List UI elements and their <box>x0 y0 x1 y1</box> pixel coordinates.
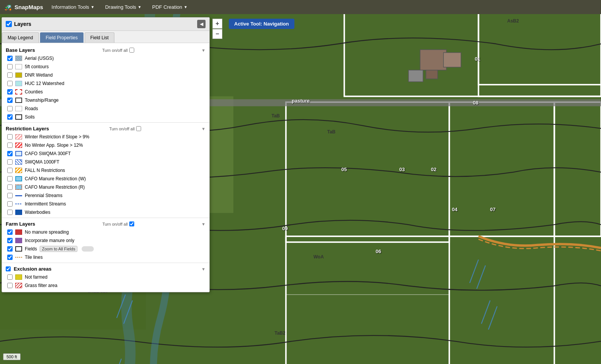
layer-tile-legend <box>15 255 22 260</box>
layer-no-manure: No manure spreading <box>2 228 209 236</box>
layer-cafo-manure-w: CAFO Manure Restriction (W) <box>2 175 209 183</box>
layer-fall-n: FALL N Restrictions <box>2 166 209 175</box>
svg-rect-40 <box>408 70 423 82</box>
divider-1 <box>2 122 209 123</box>
layer-swqma-1000-label: SWQMA 1000FT <box>25 159 59 165</box>
brand-name: SnapMaps <box>14 4 43 10</box>
layer-township-legend <box>15 98 22 103</box>
fields-toggle-switch[interactable] <box>82 246 94 252</box>
layer-swqma-1000: SWQMA 1000FT <box>2 158 209 166</box>
layer-no-manure-checkbox[interactable] <box>7 229 13 235</box>
base-layers-title: Base Layers <box>6 47 35 53</box>
layer-intermittent-label: Intermittent Streams <box>25 201 66 207</box>
restriction-layers-section-header[interactable]: Restriction Layers Turn on/off all ▼ <box>2 124 209 133</box>
drawing-tools-menu[interactable]: Drawing Tools ▼ <box>103 4 144 10</box>
zoom-to-all-fields-button[interactable]: Zoom to All Fields <box>40 246 77 252</box>
svg-rect-39 <box>426 70 438 79</box>
tab-field-list[interactable]: Field List <box>85 32 114 43</box>
drawing-tools-label: Drawing Tools <box>105 4 136 10</box>
layer-huc12-label: HUC 12 Watershed <box>25 81 64 86</box>
layer-5ft-contours-checkbox[interactable] <box>7 64 13 69</box>
exclusion-master-checkbox[interactable] <box>6 266 11 271</box>
layer-waterbodies-checkbox[interactable] <box>7 210 13 215</box>
layer-perennial-label: Perennial Streams <box>25 193 63 198</box>
layer-huc12-checkbox[interactable] <box>7 81 13 86</box>
layer-counties-checkbox[interactable] <box>7 89 13 95</box>
panel-title: Layers <box>6 21 31 27</box>
pdf-creation-menu[interactable]: PDF Creation ▼ <box>150 4 190 10</box>
drawing-tools-arrow: ▼ <box>138 5 141 9</box>
layer-aerial-checkbox[interactable] <box>7 56 13 61</box>
base-layers-toggle-checkbox[interactable] <box>129 48 134 53</box>
layer-grass-filter-label: Grass filter area <box>25 283 57 288</box>
tractor-icon: 🚜 <box>4 3 12 11</box>
layer-huc12-legend <box>15 81 22 86</box>
layer-tile-lines-checkbox[interactable] <box>7 255 13 260</box>
layers-master-checkbox[interactable] <box>6 21 12 27</box>
layer-winter-9-label: Winter Restriction if Slope > 9% <box>25 134 89 140</box>
layer-aerial-label: Aerial (USGS) <box>25 56 54 61</box>
layer-intermittent-checkbox[interactable] <box>7 201 13 207</box>
layer-grass-filter-checkbox[interactable] <box>7 283 13 288</box>
layer-perennial-checkbox[interactable] <box>7 193 13 198</box>
layer-incorporate-legend <box>15 238 22 243</box>
layer-roads: Roads <box>2 104 209 113</box>
layer-township: Township/Range <box>2 96 209 104</box>
map-area[interactable]: HvA WoB TaB2 TaC2 DoC2 WoB TaC2 WoB TaB … <box>0 14 601 364</box>
layer-cafo-300-checkbox[interactable] <box>7 151 13 156</box>
info-tools-menu[interactable]: Information Tools ▼ <box>49 4 97 10</box>
layer-incorporate-label: Incorporate manure only <box>25 238 74 243</box>
active-tool-label: Active Tool: Navigation <box>234 21 289 27</box>
layer-fall-n-label: FALL N Restrictions <box>25 168 65 173</box>
active-tool-badge: Active Tool: Navigation <box>229 19 294 29</box>
layer-not-farmed-label: Not farmed <box>25 274 47 280</box>
layer-soils: Soils <box>2 113 209 121</box>
farm-layers-toggle-all[interactable]: Turn on/off all <box>102 221 134 226</box>
layer-cafo-r-legend <box>15 184 22 190</box>
layer-incorporate-checkbox[interactable] <box>7 238 13 243</box>
layer-cafo-300-label: CAFO SWQMA 300FT <box>25 151 71 156</box>
farm-layers-section-header[interactable]: Farm Layers Turn on/off all ▼ <box>2 219 209 228</box>
layer-fall-n-checkbox[interactable] <box>7 168 13 173</box>
layer-no-winter-12-legend <box>15 143 22 148</box>
layer-cafo-w-label: CAFO Manure Restriction (W) <box>25 176 86 181</box>
layer-aerial-legend <box>15 56 22 61</box>
layer-cafo-w-checkbox[interactable] <box>7 176 13 181</box>
farm-layers-title: Farm Layers <box>6 221 35 227</box>
layer-winter-9-checkbox[interactable] <box>7 134 13 140</box>
base-layers-toggle-all[interactable]: Turn on/off all <box>102 48 134 53</box>
tab-field-properties[interactable]: Field Properties <box>40 32 84 43</box>
restriction-layers-toggle-checkbox[interactable] <box>136 126 141 131</box>
layer-5ft-contours-legend <box>15 64 22 69</box>
layer-no-winter-12-checkbox[interactable] <box>7 143 13 148</box>
base-layers-section-header[interactable]: Base Layers Turn on/off all ▼ <box>2 45 209 54</box>
layer-cafo-r-checkbox[interactable] <box>7 184 13 190</box>
layer-soils-checkbox[interactable] <box>7 114 13 120</box>
farm-layers-toggle-checkbox[interactable] <box>129 221 134 226</box>
layer-dnr-wetland-checkbox[interactable] <box>7 72 13 78</box>
layer-waterbodies-legend <box>15 210 22 215</box>
layer-not-farmed-checkbox[interactable] <box>7 274 13 280</box>
layer-cafo-swqma-300: CAFO SWQMA 300FT <box>2 149 209 158</box>
layer-township-checkbox[interactable] <box>7 98 13 103</box>
collapse-icon: ◀ <box>200 21 203 27</box>
panel-content: Base Layers Turn on/off all ▼ Aerial (US… <box>2 43 209 292</box>
layer-fields-legend <box>15 246 22 252</box>
layer-intermittent-legend <box>15 201 22 207</box>
layer-winter-restriction-9: Winter Restriction if Slope > 9% <box>2 133 209 141</box>
top-navigation: 🚜 SnapMaps Information Tools ▼ Drawing T… <box>0 0 601 14</box>
zoom-in-button[interactable]: + <box>212 19 222 29</box>
zoom-out-button[interactable]: − <box>212 29 222 39</box>
layer-fields-checkbox[interactable] <box>7 246 13 252</box>
tab-map-legend[interactable]: Map Legend <box>2 32 39 43</box>
layer-roads-checkbox[interactable] <box>7 106 13 111</box>
farm-layers-arrow: ▼ <box>201 222 206 226</box>
layer-aerial: Aerial (USGS) <box>2 54 209 63</box>
restriction-layers-toggle-all[interactable]: Turn on/off all <box>109 126 141 131</box>
layer-swqma-1000-checkbox[interactable] <box>7 159 13 165</box>
exclusion-section-header[interactable]: Exclusion areas ▼ <box>2 264 209 273</box>
scale-label: 500 ft <box>6 354 17 359</box>
exclusion-title: Exclusion areas <box>6 266 51 272</box>
layer-waterbodies: Waterbodies <box>2 208 209 216</box>
collapse-panel-button[interactable]: ◀ <box>197 20 206 28</box>
